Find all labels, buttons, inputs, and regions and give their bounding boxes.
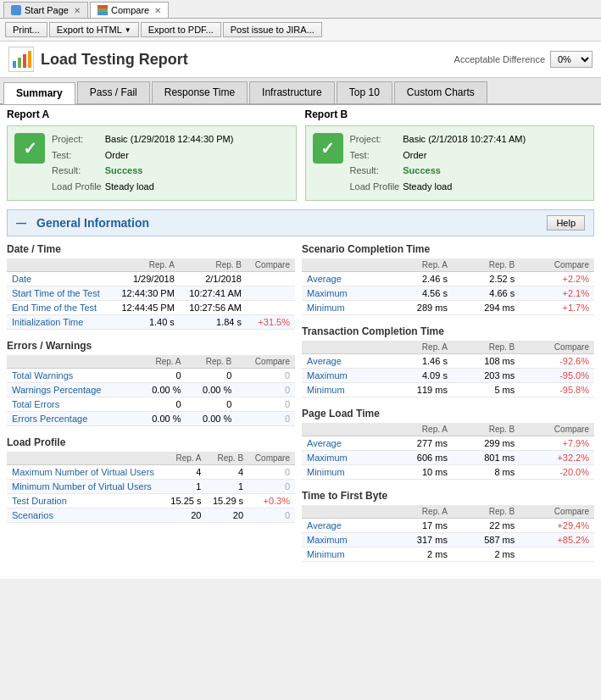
tab-compare[interactable]: Compare ✕ <box>90 2 169 18</box>
svg-rect-2 <box>23 54 26 68</box>
export-html-arrow: ▼ <box>125 26 131 34</box>
table-row: Initialization Time 1.40 s 1.84 s +31.5% <box>7 314 295 329</box>
row-compare <box>247 271 295 286</box>
tab-summary[interactable]: Summary <box>3 82 75 104</box>
dt-col-repa: Rep. A <box>112 258 180 272</box>
table-row: Maximum 606 ms 801 ms +32.2% <box>302 450 594 464</box>
dt-col-label <box>7 258 112 272</box>
row-repb: 8 ms <box>453 464 520 479</box>
lp-col-repb: Rep. B <box>206 452 248 465</box>
report-header: Load Testing Report Acceptable Differenc… <box>0 42 601 78</box>
svg-rect-1 <box>18 58 21 68</box>
row-repb: 801 ms <box>453 450 520 464</box>
sc-col-repb: Rep. B <box>453 258 520 272</box>
row-label: Test Duration <box>7 493 164 508</box>
section-toggle[interactable]: — <box>16 217 26 229</box>
table-row: Minimum 289 ms 294 ms +1.7% <box>302 300 594 314</box>
export-pdf-button[interactable]: Export to PDF... <box>141 22 221 37</box>
row-repa: 12:44:30 PM <box>112 286 180 300</box>
row-label: Scenarios <box>7 508 164 522</box>
row-repa: 15.25 s <box>164 493 207 508</box>
row-compare: +2.2% <box>520 271 594 286</box>
acceptable-diff-select[interactable]: 0% 5% 10% <box>550 51 593 68</box>
report-b-checkmark: ✓ <box>313 133 343 164</box>
time-first-byte-section: Time to First Byte Rep. A Rep. B Compare… <box>302 490 594 562</box>
nav-tabs: Summary Pass / Fail Response Time Infras… <box>0 78 601 105</box>
load-profile-table: Rep. A Rep. B Compare Maximum Number of … <box>7 452 295 523</box>
row-repa: 4 <box>164 464 207 479</box>
svg-rect-0 <box>13 61 16 68</box>
row-compare: +0.3% <box>248 493 295 508</box>
report-a-test: Order <box>105 147 237 164</box>
row-compare: +29.4% <box>520 518 594 532</box>
tfb-col-repb: Rep. B <box>453 505 520 519</box>
load-profile-title: Load Profile <box>7 436 295 448</box>
ew-col-compare: Compare <box>237 355 295 369</box>
row-repb: 203 ms <box>453 368 520 382</box>
tab-start-page[interactable]: Start Page ✕ <box>3 2 88 18</box>
date-time-section: Date / Time Rep. A Rep. B Compare Date 1… <box>7 243 295 330</box>
lp-col-label <box>7 452 164 465</box>
table-row: Test Duration 15.25 s 15.29 s +0.3% <box>7 493 295 508</box>
tab-pass-fail[interactable]: Pass / Fail <box>77 81 150 103</box>
row-repb: 4.66 s <box>453 286 520 300</box>
table-row: Minimum Number of Virtual Users 1 1 0 <box>7 479 295 493</box>
table-row: Minimum 10 ms 8 ms -20.0% <box>302 464 594 479</box>
transaction-completion-section: Transaction Completion Time Rep. A Rep. … <box>302 325 594 397</box>
errors-warnings-section: Errors / Warnings Rep. A Rep. B Compare … <box>7 340 295 426</box>
right-column: Scenario Completion Time Rep. A Rep. B C… <box>302 243 594 572</box>
scenario-completion-table: Rep. A Rep. B Compare Average 2.46 s 2.5… <box>302 258 594 315</box>
content-area: Report A Report B ✓ Project:Basic (1/29/… <box>0 105 601 579</box>
tfb-col-repa: Rep. A <box>386 505 453 519</box>
page-load-title: Page Load Time <box>302 408 594 419</box>
row-repb: 587 ms <box>453 532 520 547</box>
row-compare <box>247 300 295 314</box>
row-repb: 2/1/2018 <box>180 271 247 286</box>
post-jira-button[interactable]: Post issue to JIRA... <box>223 22 322 37</box>
row-compare: +85.2% <box>520 532 594 547</box>
table-row: Total Warnings 0 0 0 <box>7 368 295 382</box>
export-html-button[interactable]: Export to HTML ▼ <box>49 22 139 37</box>
report-cards: ✓ Project:Basic (1/29/2018 12:44:30 PM) … <box>0 122 601 204</box>
row-compare <box>247 286 295 300</box>
print-button[interactable]: Print... <box>5 22 47 37</box>
tab-start-page-close[interactable]: ✕ <box>74 6 81 15</box>
row-repb: 0 <box>186 397 237 411</box>
row-repb: 1.84 s <box>180 314 247 329</box>
row-compare: -95.8% <box>520 382 594 397</box>
row-label: Maximum <box>302 532 386 547</box>
help-button[interactable]: Help <box>547 215 585 231</box>
table-row: Average 277 ms 299 ms +7.9% <box>302 436 594 450</box>
row-repa: 17 ms <box>386 518 453 532</box>
row-compare: +2.1% <box>520 286 594 300</box>
errors-warnings-table: Rep. A Rep. B Compare Total Warnings 0 0… <box>7 355 295 426</box>
row-repb: 299 ms <box>453 436 520 450</box>
row-repb: 5 ms <box>453 382 520 397</box>
row-label: Minimum Number of Virtual Users <box>7 479 164 493</box>
reports-header: Report A Report B <box>0 105 601 122</box>
page-load-table: Rep. A Rep. B Compare Average 277 ms 299… <box>302 423 594 480</box>
report-b-card: ✓ Project:Basic (2/1/2018 10:27:41 AM) T… <box>305 125 595 201</box>
transaction-completion-title: Transaction Completion Time <box>302 325 594 337</box>
tab-top10[interactable]: Top 10 <box>337 81 392 103</box>
row-repa: 12:44:45 PM <box>112 300 180 314</box>
start-page-icon <box>11 5 21 15</box>
ew-col-label <box>7 355 136 369</box>
post-jira-label: Post issue to JIRA... <box>231 25 314 35</box>
tab-custom-charts[interactable]: Custom Charts <box>394 81 487 103</box>
tab-compare-close[interactable]: ✕ <box>154 6 161 15</box>
table-row: Average 17 ms 22 ms +29.4% <box>302 518 594 532</box>
tab-infrastructure[interactable]: Infrastructure <box>249 81 335 103</box>
tab-response-time[interactable]: Response Time <box>152 81 248 103</box>
row-repa: 1/29/2018 <box>112 271 180 286</box>
acceptable-diff-area: Acceptable Difference 0% 5% 10% <box>454 51 593 68</box>
row-repb: 22 ms <box>453 518 520 532</box>
row-repb: 10:27:56 AM <box>180 300 247 314</box>
row-label: Average <box>302 436 386 450</box>
print-label: Print... <box>13 25 40 35</box>
row-repa: 4.56 s <box>386 286 453 300</box>
report-a-result: Success <box>105 163 237 179</box>
report-chart-icon <box>8 47 34 72</box>
row-compare: 0 <box>237 411 295 425</box>
report-b-result: Success <box>403 163 529 179</box>
